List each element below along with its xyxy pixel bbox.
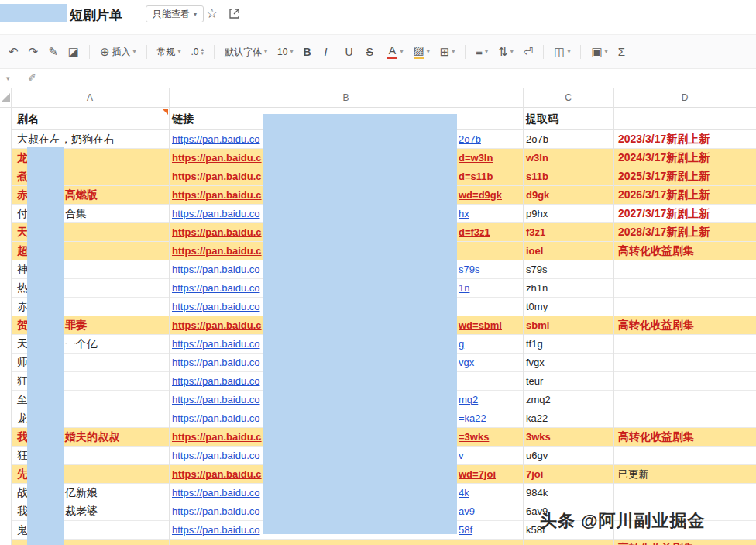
cell-code[interactable]: zh1n bbox=[523, 279, 613, 297]
cell-code[interactable]: fvgx bbox=[523, 354, 613, 371]
cell-note[interactable]: 高转化收益剧集 bbox=[613, 428, 756, 446]
baidu-pan-link-tail[interactable]: av9 bbox=[459, 502, 475, 520]
cell-code[interactable]: 2o7b bbox=[523, 130, 613, 148]
baidu-pan-link[interactable]: https://pan.baidu.co bbox=[172, 484, 259, 502]
baidu-pan-link-tail[interactable]: d=w3ln bbox=[459, 149, 493, 167]
borders-button[interactable]: ⊞ ▾ bbox=[440, 46, 455, 57]
cell-note[interactable]: 已更新 bbox=[613, 465, 756, 483]
cell-note[interactable]: 2028/3/17新剧上新 bbox=[613, 223, 756, 241]
baidu-pan-link[interactable]: https://pan.baidu.co bbox=[172, 279, 259, 297]
column-header-c[interactable]: C bbox=[523, 88, 613, 108]
cell-code[interactable]: w3ln bbox=[523, 149, 613, 167]
baidu-pan-link[interactable]: https://pan.baidu.co bbox=[172, 447, 259, 464]
baidu-pan-link[interactable]: https://pan.baidu.co bbox=[172, 260, 259, 278]
column-header-b[interactable]: B bbox=[169, 88, 523, 108]
cell-note[interactable] bbox=[613, 447, 756, 464]
baidu-pan-link[interactable]: https://pan.baidu.c bbox=[172, 223, 262, 241]
name-box-caret-icon[interactable]: ▾ bbox=[6, 74, 10, 82]
baidu-pan-link-tail[interactable]: wd=7joi bbox=[459, 465, 496, 483]
cell-code[interactable]: 7joi bbox=[523, 465, 613, 483]
cell-note[interactable] bbox=[613, 260, 756, 278]
baidu-pan-link-tail[interactable]: 1n bbox=[459, 279, 469, 297]
cell-note[interactable] bbox=[613, 409, 756, 427]
baidu-pan-link[interactable]: https://pan.baidu.co bbox=[172, 391, 259, 409]
baidu-pan-link-tail[interactable]: =ka22 bbox=[459, 409, 486, 427]
cell-link[interactable]: https://pan.baidu.c bbox=[169, 540, 523, 545]
header-code[interactable]: 提取码 bbox=[526, 108, 558, 130]
cell-note[interactable] bbox=[613, 372, 756, 390]
decimal-spinner[interactable]: ▴ ▾ bbox=[201, 48, 204, 56]
baidu-pan-link[interactable]: https://pan.baidu.c bbox=[172, 167, 262, 185]
font-color-button[interactable]: A ▾ bbox=[387, 45, 403, 59]
baidu-pan-link-tail[interactable]: d=f3z1 bbox=[459, 223, 490, 241]
baidu-pan-link[interactable]: https://pan.baidu.co bbox=[172, 130, 259, 148]
header-drama-name[interactable]: 剧名 bbox=[17, 108, 39, 130]
redo-button[interactable]: ↷ bbox=[29, 46, 39, 57]
baidu-pan-link[interactable]: https://pan.baidu.c bbox=[172, 186, 262, 204]
cell-code[interactable]: s79s bbox=[523, 260, 613, 278]
baidu-pan-link[interactable]: https://pan.baidu.co bbox=[172, 502, 259, 520]
cell-code[interactable]: p9hx bbox=[523, 205, 613, 222]
baidu-pan-link[interactable]: https://pan.baidu.co bbox=[172, 354, 259, 371]
font-size-dropdown[interactable]: 10 ▾ bbox=[277, 47, 293, 57]
cell-note[interactable]: 2024/3/17新剧上新 bbox=[613, 149, 756, 167]
formula-bar[interactable]: ▾ ✐ bbox=[0, 69, 756, 88]
cell-note[interactable] bbox=[613, 391, 756, 409]
baidu-pan-link-tail[interactable]: mq2 bbox=[459, 391, 478, 409]
cell-code[interactable]: 984k bbox=[523, 484, 613, 502]
insert-button[interactable]: ⊕ 插入 ▾ bbox=[100, 46, 136, 57]
cell-note[interactable] bbox=[613, 279, 756, 297]
baidu-pan-link[interactable]: https://pan.baidu.c bbox=[172, 149, 262, 167]
fill-color-button[interactable]: ▨ ▾ bbox=[413, 44, 429, 59]
baidu-pan-link[interactable]: https://pan.baidu.co bbox=[172, 521, 259, 539]
baidu-pan-link-tail[interactable]: wd=sbmi bbox=[459, 316, 502, 334]
cell-note[interactable]: 高转化收益剧集 bbox=[613, 316, 756, 334]
baidu-pan-link[interactable]: https://pan.baidu.co bbox=[172, 205, 259, 222]
baidu-pan-link-tail[interactable]: s79s bbox=[459, 260, 479, 278]
baidu-pan-link[interactable]: https://pan.baidu.co bbox=[172, 298, 259, 316]
baidu-pan-link-tail[interactable]: d=s11b bbox=[459, 167, 493, 185]
select-all-corner[interactable] bbox=[2, 93, 10, 102]
number-format-dropdown[interactable]: 常规 ▾ bbox=[157, 47, 181, 57]
cell-code[interactable]: zmq2 bbox=[523, 391, 613, 409]
sum-button[interactable]: Σ bbox=[618, 46, 625, 57]
baidu-pan-link-tail[interactable]: hx bbox=[459, 205, 469, 222]
cell-note[interactable] bbox=[613, 354, 756, 371]
horizontal-align-button[interactable]: ≡ ▾ bbox=[476, 46, 488, 57]
cell-code[interactable]: teur bbox=[523, 372, 613, 390]
baidu-pan-link[interactable]: https://pan.baidu.c bbox=[172, 465, 262, 483]
cell-note[interactable]: 2025/3/17新剧上新 bbox=[613, 167, 756, 185]
baidu-pan-link-tail[interactable]: =3wks bbox=[459, 428, 489, 446]
font-family-dropdown[interactable]: 默认字体 ▾ bbox=[225, 47, 267, 57]
cell-code[interactable]: d9gk bbox=[523, 186, 613, 204]
vertical-align-button[interactable]: ⇅ ▾ bbox=[498, 46, 514, 57]
view-only-button[interactable]: 只能查看 ▾ bbox=[146, 5, 204, 22]
cell-code[interactable]: t0my bbox=[523, 298, 613, 316]
baidu-pan-link[interactable]: https://pan.baidu.c bbox=[172, 316, 262, 334]
italic-button[interactable]: I bbox=[324, 47, 335, 57]
share-icon[interactable] bbox=[228, 7, 241, 23]
cell-note[interactable]: 高转化收益剧集 bbox=[613, 540, 756, 545]
cell-note[interactable]: 2027/3/17新剧上新 bbox=[613, 205, 756, 222]
cell-code[interactable]: tf1g bbox=[523, 335, 613, 353]
baidu-pan-link[interactable]: https://pan.baidu.co bbox=[172, 409, 259, 427]
baidu-pan-link-tail[interactable]: v bbox=[459, 447, 464, 464]
baidu-pan-link-tail[interactable]: vgx bbox=[459, 354, 474, 371]
baidu-pan-link-tail[interactable]: wd=d9gk bbox=[459, 186, 502, 204]
cell-code[interactable]: f3z1 bbox=[523, 223, 613, 241]
cell-note[interactable]: 2026/3/17新剧上新 bbox=[613, 186, 756, 204]
baidu-pan-link-tail[interactable]: 2o7b bbox=[459, 130, 481, 148]
baidu-pan-link[interactable]: https://pan.baidu.co bbox=[172, 372, 259, 390]
baidu-pan-link[interactable]: https://pan.baidu.c bbox=[172, 540, 262, 545]
wrap-text-button[interactable]: ⏎ bbox=[524, 46, 534, 57]
underline-button[interactable]: U bbox=[345, 47, 356, 57]
clear-format-button[interactable]: ◪ bbox=[68, 46, 79, 57]
format-painter-button[interactable]: ✎ bbox=[48, 46, 58, 57]
undo-button[interactable]: ↶ bbox=[9, 46, 19, 57]
column-header-d[interactable]: D bbox=[613, 88, 756, 108]
cell-note[interactable] bbox=[613, 298, 756, 316]
insert-image-button[interactable]: ▣ ▾ bbox=[591, 46, 607, 57]
decimal-control[interactable]: .0 ▴ ▾ bbox=[191, 47, 204, 57]
cell-code[interactable]: sbmi bbox=[523, 316, 613, 334]
cell-note[interactable] bbox=[613, 335, 756, 353]
